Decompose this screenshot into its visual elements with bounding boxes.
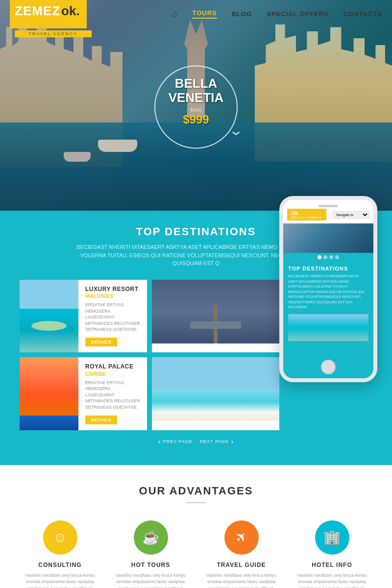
advantage-travel-guide: ✈ TRAVEL GUIDE Vaserbo neraftaes sety kr…: [201, 520, 282, 588]
phone-dot-2[interactable]: [323, 255, 327, 259]
travel-guide-icon: ✈: [232, 528, 251, 547]
phone-mockup: Ok TRAVEL AGENCY Navigate to: [279, 196, 377, 382]
dest-card-content-maldives: LUXURY RESORT MALDIVES ERSVTAE ERTYAS HE…: [78, 280, 147, 353]
main-nav: ⌂ TOURS BLOG SPECIAL OFFERS CONTACTS: [172, 9, 382, 19]
phone-section-title: TOP DESTINATIONS: [288, 266, 368, 271]
hot-tours-title: HOT TOURS: [110, 562, 191, 568]
hotel-info-icon: 🏢: [323, 529, 341, 545]
beach-image: [152, 357, 279, 421]
phone-hero-image: [283, 223, 373, 253]
phone-section-text: BECIEGAST NVERITI VITAESAERT ARYA ASET A…: [288, 274, 368, 310]
hotel-info-title: HOTEL INFO: [292, 562, 372, 568]
phone-dot-3[interactable]: [329, 255, 333, 259]
dest-details-btn-1[interactable]: DETAILS: [85, 338, 117, 346]
dest-card-content-caribe: ROYAL PALACE CARIBE ERSVTAE ERTYAS HEMOS…: [78, 357, 147, 430]
hot-tours-icon-circle: ☕: [134, 520, 168, 555]
destinations-grid: LUXURY RESORT MALDIVES ERSVTAE ERTYAS HE…: [20, 280, 279, 430]
consulting-icon-circle: ☺: [43, 520, 77, 555]
hero-badge-price: $999: [183, 113, 209, 126]
phone-screen: Ok TRAVEL AGENCY Navigate to: [283, 200, 373, 378]
dest-card-caribe: ROYAL PALACE CARIBE ERSVTAE ERTYAS HEMOS…: [20, 357, 147, 430]
phone-logo-sub: TRAVEL AGENCY: [291, 216, 322, 219]
london-image: [152, 280, 279, 343]
nav-contacts[interactable]: CONTACTS: [343, 10, 382, 18]
logo-block: ZEMEZ ok. TRAVEL AGENCY: [10, 0, 87, 28]
next-page-btn[interactable]: NEXT PAGE ›: [200, 438, 234, 445]
next-label: NEXT PAGE: [200, 439, 229, 444]
dest-card-img-maldives: [20, 280, 78, 353]
consulting-text: Vaserbo neraftaes sety krsca kertyu ersv…: [20, 572, 100, 588]
next-arrow-icon: ›: [231, 438, 234, 445]
dest-card-text-1: ERSVTAE ERTYAS HEMOSERA LAGECEARAT MPTAM…: [85, 302, 140, 333]
dest-card-img-beach: [152, 357, 279, 430]
phone-logo: Ok TRAVEL AGENCY: [287, 209, 326, 220]
travel-guide-title: TRAVEL GUIDE: [201, 562, 282, 568]
maldives-image: [20, 280, 78, 353]
phone-dest-image: [288, 314, 368, 341]
advantages-grid: ☺ CONSULTING Vaserbo neraftaes sety krsc…: [20, 520, 372, 588]
phone-dot-4[interactable]: [335, 255, 339, 259]
hero-badge-title: BELLA VENETIA: [155, 77, 237, 105]
advantages-section: OUR ADVANTAGES ☺ CONSULTING Vaserbo nera…: [0, 465, 392, 588]
phone-dots: [283, 253, 373, 262]
hotel-info-icon-circle: 🏢: [315, 520, 349, 555]
advantages-title: OUR ADVANTAGES: [20, 485, 372, 503]
nav-special-offers[interactable]: SPECIAL OFFERS: [267, 10, 328, 18]
logo-zemez: ZEMEZ: [15, 3, 60, 19]
phone-nav-select[interactable]: Navigate to: [333, 211, 369, 219]
phone-header-bar: Ok TRAVEL AGENCY Navigate to: [283, 200, 373, 223]
dest-card-subtitle-3: CARIBE: [85, 371, 140, 377]
dest-card-beach: [152, 357, 279, 430]
consulting-icon: ☺: [53, 530, 67, 545]
phone-logo-text: Ok: [291, 210, 298, 216]
top-destinations-section: TOP DESTINATIONS BECIEGAST NVERITI VITAE…: [0, 211, 392, 465]
dest-card-title-1: LUXURY RESORT: [85, 286, 140, 294]
dest-pagination: ‹ PREV PAGE NEXT PAGE ›: [20, 438, 372, 445]
dest-card-text-3: ERSVTAE ERTYAS HEMOSERA LAGECEARAT MPTAM…: [85, 380, 140, 411]
dest-card-subtitle-1: MALDIVES: [85, 293, 140, 299]
hero-badge: BELLA VENETIA from $999 ❯: [154, 65, 238, 148]
phone-dot-1[interactable]: [318, 255, 321, 259]
advantage-consulting: ☺ CONSULTING Vaserbo neraftaes sety krsc…: [20, 520, 100, 588]
nav-tours[interactable]: TOURS: [192, 9, 217, 19]
consulting-title: CONSULTING: [20, 562, 100, 568]
phone-speaker: [318, 205, 338, 207]
dest-card-maldives: LUXURY RESORT MALDIVES ERSVTAE ERTYAS HE…: [20, 280, 147, 353]
logo-tagline: TRAVEL AGENCY: [15, 30, 92, 37]
home-icon[interactable]: ⌂: [172, 9, 178, 19]
advantage-hotel-info: 🏢 HOTEL INFO Vaserbo neraftaes sety krsc…: [292, 520, 372, 588]
hot-tours-text: Vaserbo neraftaes sety krsca kertyu ersv…: [110, 572, 191, 588]
hotel-info-text: Vaserbo neraftaes sety krsca kertyu ersv…: [292, 572, 372, 588]
hero-chevron-icon[interactable]: ❯: [233, 130, 241, 136]
travel-guide-icon-circle: ✈: [224, 520, 259, 555]
dest-card-title-3: ROYAL PALACE: [85, 363, 140, 371]
prev-arrow-icon: ‹: [158, 438, 161, 445]
logo-ok: ok.: [61, 3, 80, 19]
prev-label: PREV PAGE: [163, 439, 192, 444]
header: ZEMEZ ok. TRAVEL AGENCY ⌂ TOURS BLOG SPE…: [0, 0, 392, 27]
advantage-hot-tours: ☕ HOT TOURS Vaserbo neraftaes sety krsca…: [110, 520, 191, 588]
phone-home-button[interactable]: [321, 360, 336, 374]
nav-blog[interactable]: BLOG: [232, 10, 252, 18]
hero-badge-from: from: [191, 107, 201, 113]
caribe-image: [20, 357, 78, 430]
dest-details-btn-3[interactable]: DETAILS: [85, 416, 117, 424]
dest-card-img-london: [152, 280, 279, 353]
travel-guide-text: Vaserbo neraftaes sety krsca kertyu ersv…: [201, 572, 282, 588]
dest-card-img-caribe: [20, 357, 78, 430]
hot-tours-icon: ☕: [142, 529, 159, 545]
prev-page-btn[interactable]: ‹ PREV PAGE: [158, 438, 193, 445]
dest-card-london: [152, 280, 279, 353]
